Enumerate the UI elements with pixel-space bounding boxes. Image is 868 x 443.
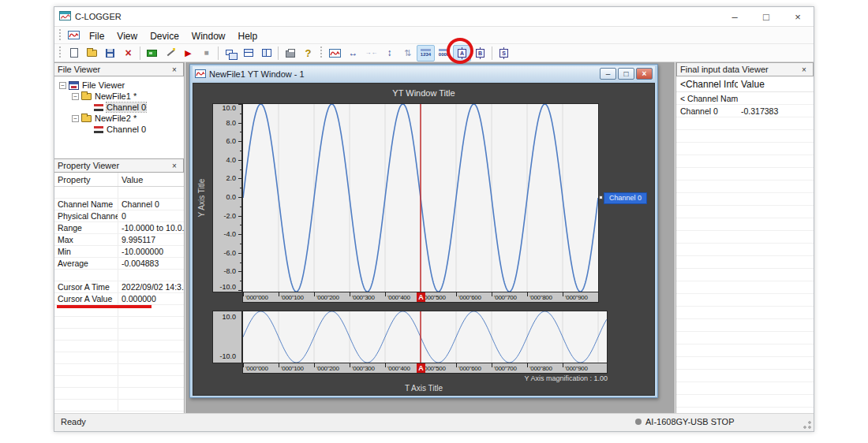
toolbar-digital-display[interactable]: 1234	[417, 45, 435, 61]
toolbar-print[interactable]	[281, 45, 299, 61]
property-empty-row[interactable]	[54, 305, 184, 317]
toolbar-start[interactable]: ▶	[179, 45, 197, 61]
final-input-empty-row[interactable]	[676, 218, 814, 231]
final-input-empty-row[interactable]	[676, 231, 814, 244]
property-empty-row[interactable]	[54, 341, 184, 352]
toolbar-help[interactable]: ?	[299, 45, 317, 61]
menu-view[interactable]: View	[110, 29, 144, 43]
maximize-button[interactable]: □	[750, 7, 782, 26]
toolbar-cascade-windows[interactable]	[221, 45, 239, 61]
final-input-empty-row[interactable]	[676, 294, 814, 307]
tree-expander-icon[interactable]: −	[72, 115, 79, 122]
property-row[interactable]: Max9.995117	[54, 234, 184, 246]
final-input-empty-row[interactable]	[676, 143, 814, 155]
cursor-a-marker[interactable]: A	[417, 363, 425, 373]
final-input-empty-row[interactable]	[676, 281, 814, 294]
property-empty-row[interactable]	[54, 388, 184, 400]
toolbar-open-file[interactable]	[83, 45, 101, 61]
property-empty-row[interactable]	[54, 317, 184, 329]
final-input-empty-row[interactable]	[676, 357, 814, 370]
final-input-empty-row[interactable]	[676, 130, 814, 143]
toolbar-diagnostics[interactable]	[161, 45, 179, 61]
toolbar-tile-vertical[interactable]	[257, 45, 275, 61]
file-viewer-header[interactable]: File Viewer ×	[54, 62, 184, 76]
menu-window[interactable]: Window	[185, 29, 232, 43]
final-input-row[interactable]: Channel 0-0.317383	[676, 105, 814, 117]
property-row[interactable]: Average-0.004883	[54, 258, 184, 270]
final-input-empty-row[interactable]	[676, 344, 814, 357]
property-row[interactable]: Cursor A Time2022/09/02 14:3...	[54, 281, 184, 293]
resize-grip[interactable]	[803, 420, 812, 430]
toolbar-new-file[interactable]	[65, 45, 83, 61]
yt-minimize-button[interactable]: –	[600, 68, 616, 80]
property-row[interactable]: Cursor A Value0.000000	[54, 293, 184, 305]
menu-file[interactable]: File	[83, 29, 110, 43]
yt-restore-button[interactable]: □	[618, 68, 634, 80]
tree-item-channel-0[interactable]: Channel 0	[54, 124, 184, 135]
toolbar-cursor-b[interactable]: B	[471, 45, 489, 61]
toolbar-t-axis-expand[interactable]: ↔	[344, 45, 362, 61]
toolbar-setting[interactable]: S	[495, 45, 513, 61]
yt-titlebar[interactable]: NewFile1 YT Window - 1 – □ ×	[193, 66, 655, 81]
toolbar-y-axis-expand[interactable]: ↕	[380, 45, 398, 61]
toolbar-stop[interactable]: ■	[197, 45, 215, 61]
final-input-empty-row[interactable]	[676, 155, 814, 168]
final-input-empty-row[interactable]	[676, 370, 814, 382]
final-input-empty-row[interactable]	[676, 117, 814, 130]
file-viewer-close-icon[interactable]: ×	[169, 65, 180, 74]
tree-expander-icon[interactable]: −	[72, 93, 79, 100]
final-input-header[interactable]: Final input data Viewer ×	[676, 62, 814, 76]
property-row[interactable]: Min-10.000000	[54, 246, 184, 258]
toolbar-delete[interactable]: ×	[119, 45, 137, 61]
final-input-empty-row[interactable]	[676, 269, 814, 281]
property-viewer-header[interactable]: Property Viewer ×	[54, 158, 184, 173]
property-empty-row[interactable]	[54, 352, 184, 364]
final-input-empty-row[interactable]	[676, 181, 814, 193]
main-plot[interactable]	[242, 103, 599, 292]
property-empty-row[interactable]	[54, 376, 184, 388]
final-input-empty-row[interactable]	[676, 332, 814, 344]
final-input-close-icon[interactable]: ×	[799, 65, 810, 74]
toolbar-counter-display[interactable]: 0000	[435, 45, 453, 61]
toolbar-t-axis-shrink[interactable]: →←	[362, 45, 380, 61]
toolbar-save-file[interactable]	[101, 45, 119, 61]
toolbar-device-setting[interactable]	[143, 45, 161, 61]
tree-item-file-viewer[interactable]: −File Viewer	[54, 80, 184, 91]
property-viewer-close-icon[interactable]: ×	[169, 162, 180, 170]
final-input-empty-row[interactable]	[676, 206, 814, 218]
final-input-empty-row[interactable]	[676, 193, 814, 206]
final-input-empty-row[interactable]	[676, 319, 814, 332]
minimize-button[interactable]: –	[719, 7, 750, 26]
close-button[interactable]: ×	[782, 7, 814, 26]
cursor-a-marker[interactable]: A	[417, 292, 425, 302]
final-input-empty-row[interactable]	[676, 395, 814, 408]
overview-plot[interactable]	[242, 311, 608, 363]
property-row[interactable]: Physical Channel0	[54, 210, 184, 222]
tree-item-newfile2[interactable]: −NewFile2 *	[54, 113, 184, 124]
tree-item-newfile1[interactable]: −NewFile1 *	[54, 91, 184, 102]
tree-item-channel-0[interactable]: Channel 0	[54, 102, 184, 113]
channel-badge[interactable]: Channel 0	[604, 192, 647, 204]
property-empty-row[interactable]	[54, 364, 184, 376]
property-row[interactable]: Range-10.0000 to 10.0...	[54, 222, 184, 234]
final-input-empty-row[interactable]	[676, 382, 814, 395]
yt-close-button[interactable]: ×	[636, 68, 653, 80]
final-input-row[interactable]: < Channel Name >	[676, 92, 814, 105]
property-empty-row[interactable]	[54, 400, 184, 411]
final-input-empty-row[interactable]	[676, 168, 814, 181]
final-input-empty-row[interactable]	[676, 307, 814, 319]
property-row[interactable]	[54, 187, 184, 199]
toolbar-cursor-a[interactable]: A	[453, 45, 471, 61]
yt-window[interactable]: NewFile1 YT Window - 1 – □ × YT Window T…	[189, 64, 658, 398]
property-row[interactable]	[54, 270, 184, 281]
tree-expander-icon[interactable]: −	[59, 82, 66, 89]
menu-device[interactable]: Device	[144, 29, 185, 43]
toolbar-yt-window[interactable]	[326, 45, 344, 61]
property-row[interactable]: Channel NameChannel 0	[54, 199, 184, 210]
toolbar-y-axis-shrink[interactable]: ⇅	[398, 45, 417, 61]
final-input-empty-row[interactable]	[676, 256, 814, 269]
menu-help[interactable]: Help	[232, 29, 264, 43]
property-empty-row[interactable]	[54, 329, 184, 341]
toolbar-tile-horizontal[interactable]	[239, 45, 257, 61]
final-input-empty-row[interactable]	[676, 244, 814, 256]
